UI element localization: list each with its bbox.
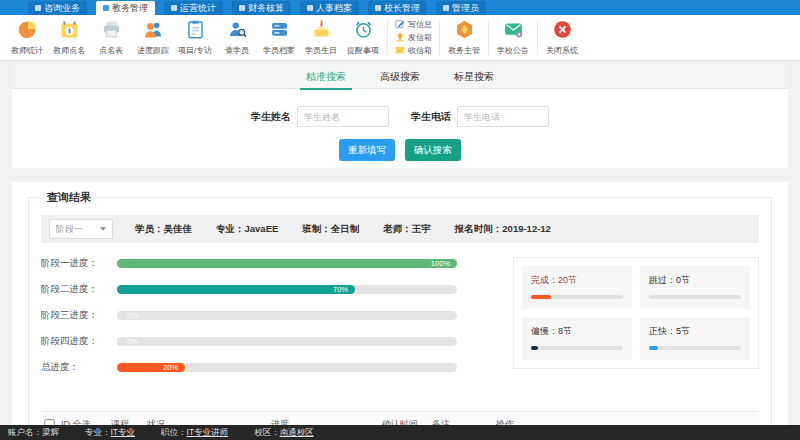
toolbar-item-teacher-stats[interactable]: 教师统计 bbox=[6, 19, 48, 56]
progress-row-stage4: 阶段四进度： 0% bbox=[41, 335, 457, 348]
search-form: 学生姓名 学生电话 bbox=[12, 106, 788, 127]
toolbar-item-reminders[interactable]: 提醒事项 bbox=[342, 19, 384, 56]
student-name-label: 学生姓名 bbox=[251, 110, 291, 124]
stat-fill bbox=[531, 346, 538, 350]
progress-fill: 100% bbox=[117, 259, 457, 268]
outbox-icon bbox=[395, 32, 405, 44]
toolbar-item-label: 点名表 bbox=[99, 45, 123, 56]
progress-column: 阶段一进度： 100% 阶段二进度： 70% 阶段三进度： 0% bbox=[41, 257, 513, 387]
table-header-confirm-time: 确认时间 bbox=[382, 418, 432, 426]
progress-fill bbox=[117, 311, 124, 320]
supervisor-badge-icon bbox=[454, 19, 475, 44]
results-panel: 查询结果 阶段一 学员：吴佳佳 专业：JavaEE 班制：全日制 老师：王宇 报… bbox=[12, 182, 788, 425]
toolbar-item-student-archive[interactable]: 学员档案 bbox=[258, 19, 300, 56]
footer-account: 账户名：梁辉 bbox=[8, 427, 59, 439]
tab-advanced-search[interactable]: 高级搜索 bbox=[380, 64, 420, 89]
tab-starred-search[interactable]: 标星搜索 bbox=[454, 64, 494, 89]
tab-icon bbox=[103, 5, 109, 11]
search-panel: 精准搜索 高级搜索 标星搜索 学生姓名 学生电话 重新填写 确认搜索 bbox=[12, 64, 788, 168]
toolbar-item-label: 学校公告 bbox=[497, 45, 529, 56]
tab-icon bbox=[307, 5, 313, 11]
reset-button[interactable]: 重新填写 bbox=[339, 139, 395, 161]
toolbar-item-write-message[interactable]: 写信息 bbox=[395, 19, 432, 31]
toolbar-divider bbox=[537, 21, 538, 55]
table-header-id: ID 全选 bbox=[41, 418, 111, 426]
top-tab-academic[interactable]: 教务管理 bbox=[96, 1, 155, 15]
table-header-row: ID 全选 课程 状况 进度 确认时间 备注 操作 bbox=[41, 411, 759, 425]
mail-group: 写信息 发信箱 收信箱 bbox=[391, 19, 436, 57]
toolbar-item-progress-track[interactable]: 进度跟踪 bbox=[132, 19, 174, 56]
top-tab-finance[interactable]: 财务核算 bbox=[232, 1, 291, 15]
toolbar-item-project-interview[interactable]: 项目/专访 bbox=[174, 19, 216, 56]
toolbar-item-label: 教务主管 bbox=[448, 45, 480, 56]
toolbar-item-student-birthday[interactable]: 学员生日 bbox=[300, 19, 342, 56]
results-fieldset: 查询结果 阶段一 学员：吴佳佳 专业：JavaEE 班制：全日制 老师：王宇 报… bbox=[28, 190, 772, 425]
progress-row-total: 总进度： 20% bbox=[41, 361, 457, 374]
tab-precise-search[interactable]: 精准搜索 bbox=[306, 64, 346, 89]
toolbar-divider bbox=[488, 21, 489, 55]
toolbar-item-label: 进度跟踪 bbox=[137, 45, 169, 56]
info-student: 学员：吴佳佳 bbox=[135, 223, 192, 236]
top-tab-operation[interactable]: 运营统计 bbox=[164, 1, 223, 15]
top-tab-consult[interactable]: 咨询业务 bbox=[28, 1, 87, 15]
progress-label: 阶段一进度： bbox=[41, 257, 117, 270]
toolbar-item-outbox[interactable]: 发信箱 bbox=[395, 32, 432, 44]
stage-select[interactable]: 阶段一 bbox=[49, 219, 113, 239]
clipboard-icon bbox=[185, 19, 206, 44]
toolbar-item-close-system[interactable]: 关闭系统 bbox=[541, 19, 583, 56]
toolbar-item-inbox[interactable]: 收信箱 bbox=[395, 45, 432, 57]
inbox-icon bbox=[395, 45, 405, 57]
student-name-input[interactable] bbox=[297, 106, 389, 127]
calendar-icon bbox=[59, 19, 80, 44]
toolbar-item-find-student[interactable]: 查学员 bbox=[216, 19, 258, 56]
student-phone-input[interactable] bbox=[457, 106, 549, 127]
toolbar-item-label: 查学员 bbox=[225, 45, 249, 56]
progress-label: 总进度： bbox=[41, 361, 117, 374]
footer-value: IT专业 bbox=[111, 427, 136, 437]
stat-card-slow: 偏慢：8节 bbox=[522, 317, 632, 360]
results-content-row: 阶段一进度： 100% 阶段二进度： 70% 阶段三进度： 0% bbox=[41, 257, 759, 387]
info-enroll-date: 报名时间：2019-12-12 bbox=[455, 223, 551, 236]
top-tab-label: 运营统计 bbox=[180, 2, 216, 15]
mail-item-label: 发信箱 bbox=[408, 32, 432, 43]
progress-zero-label: 0% bbox=[127, 337, 138, 346]
stage-select-value: 阶段一 bbox=[56, 223, 83, 236]
toolbar-item-rollcall-sheet[interactable]: 点名表 bbox=[90, 19, 132, 56]
footer-value: 南通校区 bbox=[280, 427, 314, 437]
student-name-group: 学生姓名 bbox=[251, 106, 389, 127]
toolbar-item-school-announcement[interactable]: 学校公告 bbox=[492, 19, 534, 56]
people-icon bbox=[143, 19, 164, 44]
footer-campus: 校区：南通校区 bbox=[254, 427, 314, 439]
progress-row-stage3: 阶段三进度： 0% bbox=[41, 309, 457, 322]
toolbar-divider bbox=[387, 21, 388, 55]
confirm-search-button[interactable]: 确认搜索 bbox=[405, 139, 461, 161]
footer-value: 梁辉 bbox=[42, 427, 59, 437]
footer-status-bar: 账户名：梁辉 专业：IT专业 职位：IT专业讲师 校区：南通校区 bbox=[0, 425, 800, 440]
toolbar-item-teacher-rollcall[interactable]: 教师点名 bbox=[48, 19, 90, 56]
progress-fill bbox=[117, 337, 124, 346]
top-tab-label: 教务管理 bbox=[112, 2, 148, 15]
toolbar-divider bbox=[439, 21, 440, 55]
student-phone-group: 学生电话 bbox=[411, 106, 549, 127]
printer-icon bbox=[101, 19, 122, 44]
top-tab-hr[interactable]: 人事档案 bbox=[300, 1, 359, 15]
chevron-down-icon bbox=[100, 227, 106, 231]
toolbar-item-academic-supervisor[interactable]: 教务主管 bbox=[443, 19, 485, 56]
progress-zero-label: 0% bbox=[127, 311, 138, 320]
top-tab-bar: 咨询业务 教务管理 运营统计 财务核算 人事档案 校长管理 管理员 bbox=[0, 0, 800, 15]
stat-track bbox=[531, 295, 623, 299]
student-info-bar: 阶段一 学员：吴佳佳 专业：JavaEE 班制：全日制 老师：王宇 报名时间：2… bbox=[41, 215, 759, 243]
footer-label: 专业： bbox=[85, 427, 111, 437]
tab-icon bbox=[171, 5, 177, 11]
mail-item-label: 收信箱 bbox=[408, 45, 432, 56]
search-tab-strip: 精准搜索 高级搜索 标星搜索 bbox=[12, 64, 788, 89]
progress-track: 0% bbox=[117, 311, 457, 320]
toolbar: 教师统计 教师点名 点名表 进度跟踪 项目/专访 查学员 学员档案 学员生日 提… bbox=[0, 15, 800, 61]
toolbar-item-label: 提醒事项 bbox=[347, 45, 379, 56]
top-tab-principal[interactable]: 校长管理 bbox=[368, 1, 427, 15]
stat-card-fast: 正快：5节 bbox=[640, 317, 750, 360]
stat-track bbox=[649, 295, 741, 299]
top-tab-admin[interactable]: 管理员 bbox=[436, 1, 486, 15]
table-header-actions: 操作 bbox=[496, 418, 759, 426]
progress-track: 20% bbox=[117, 363, 457, 372]
